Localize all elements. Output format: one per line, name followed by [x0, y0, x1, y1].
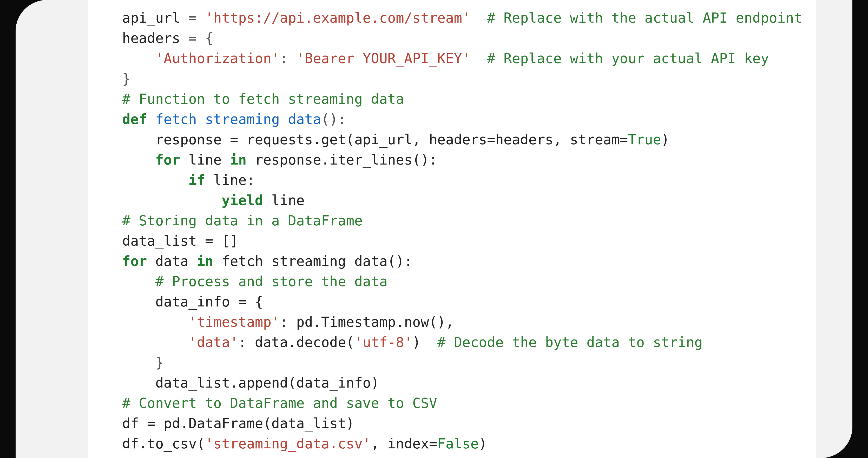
code-token: headers	[122, 30, 180, 46]
code-token: =	[180, 10, 205, 26]
code-token: )	[479, 436, 487, 452]
code-token: data_list.append(data_info)	[155, 375, 379, 391]
code-string: 'utf-8'	[354, 334, 412, 350]
code-token: api_url	[122, 10, 180, 26]
code-string: 'timestamp'	[188, 314, 280, 330]
code-token: line	[263, 192, 305, 208]
code-token: )	[661, 131, 670, 147]
app-frame: api_url = 'https://api.example.com/strea…	[16, 0, 852, 458]
code-keyword: in	[197, 253, 213, 269]
code-comment: # Storing data in a DataFrame	[122, 213, 363, 228]
code-token: fetch_streaming_data():	[213, 253, 412, 269]
code-block[interactable]: api_url = 'https://api.example.com/strea…	[122, 8, 816, 454]
code-token: response = requests.get(api_url, headers…	[155, 131, 628, 147]
code-comment: # Replace with your actual API key	[470, 51, 769, 66]
code-string: 'streaming_data.csv'	[205, 436, 371, 452]
code-comment: # Process and store the data	[155, 273, 388, 289]
code-token: line:	[205, 172, 255, 188]
code-keyword: for	[155, 152, 180, 167]
code-string: 'https://api.example.com/stream'	[205, 10, 470, 26]
code-editor: api_url = 'https://api.example.com/strea…	[88, 0, 816, 458]
code-token: line	[180, 152, 230, 167]
code-keyword: def	[122, 111, 147, 127]
code-keyword: in	[230, 152, 247, 167]
code-string: 'Authorization'	[155, 51, 280, 66]
code-token: }	[155, 355, 164, 370]
code-boolean: True	[628, 131, 661, 147]
code-token: response.iter_lines():	[247, 152, 437, 167]
code-comment: # Function to fetch streaming data	[122, 91, 404, 107]
code-token: ():	[321, 111, 346, 127]
code-token: )	[412, 334, 437, 350]
code-token: data_list = []	[122, 233, 238, 249]
code-keyword: for	[122, 253, 147, 269]
code-string: 'Bearer YOUR_API_KEY'	[296, 51, 470, 66]
code-token: }	[122, 71, 130, 87]
code-boolean: False	[437, 436, 479, 452]
code-token: :	[280, 51, 296, 66]
code-token: df = pd.DataFrame(data_list)	[122, 416, 354, 431]
code-keyword: if	[188, 172, 205, 188]
code-token	[147, 111, 155, 127]
code-comment: # Convert to DataFrame and save to CSV	[122, 395, 437, 411]
code-token: df.to_csv(	[122, 436, 205, 452]
code-comment: # Decode the byte data to string	[437, 334, 703, 350]
code-string: 'data'	[188, 334, 238, 350]
code-token: data	[147, 253, 197, 269]
code-token: data_info = {	[155, 294, 263, 310]
code-token: : data.decode(	[238, 334, 354, 350]
code-token: , index=	[371, 436, 437, 452]
code-token: = {	[180, 30, 213, 46]
code-token: : pd.Timestamp.now(),	[280, 314, 454, 330]
code-function-name: fetch_streaming_data	[155, 111, 321, 127]
code-comment: # Replace with the actual API endpoint	[470, 10, 802, 26]
code-keyword: yield	[222, 192, 263, 208]
